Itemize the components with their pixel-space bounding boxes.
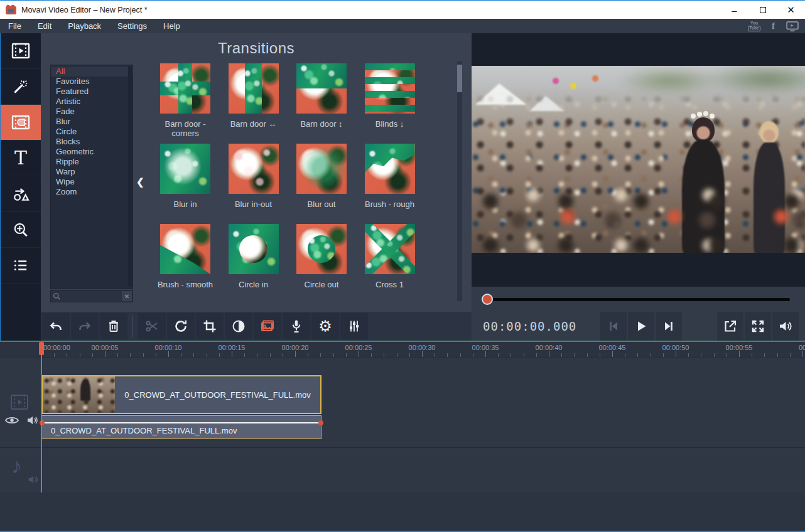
category-ripple[interactable]: Ripple xyxy=(51,157,132,167)
category-list: AllFavoritesFeaturedArtisticFadeBlurCirc… xyxy=(50,65,133,289)
redo-button[interactable] xyxy=(71,313,99,339)
search-icon xyxy=(53,292,61,301)
menu-file[interactable]: File xyxy=(0,19,30,33)
transition-item[interactable]: Circle out xyxy=(288,224,355,289)
menu-edit[interactable]: Edit xyxy=(30,19,60,33)
transition-thumbnail[interactable] xyxy=(296,224,347,274)
transition-item[interactable]: Barn door - corners xyxy=(151,63,219,138)
record-audio-button[interactable] xyxy=(283,313,310,339)
sidebar-item-callouts[interactable] xyxy=(1,176,41,212)
search-clear-icon[interactable]: ✕ xyxy=(122,291,132,301)
toolbar-separator xyxy=(129,313,137,339)
menu-settings[interactable]: Settings xyxy=(109,19,155,33)
category-warp[interactable]: Warp xyxy=(51,167,132,177)
category-fade[interactable]: Fade xyxy=(51,107,132,117)
category-scrollbar[interactable] xyxy=(128,66,132,287)
minimize-button[interactable]: – xyxy=(720,1,748,19)
timeline-ruler[interactable]: 00:00:0000:00:0500:00:1000:00:1500:00:20… xyxy=(0,342,805,358)
transition-item[interactable]: Blur in xyxy=(151,144,219,209)
playhead[interactable] xyxy=(41,342,42,492)
transition-thumbnail[interactable] xyxy=(296,144,347,194)
sidebar-item-transitions[interactable] xyxy=(1,105,41,141)
transition-thumbnail[interactable] xyxy=(160,224,210,274)
category-favorites[interactable]: Favorites xyxy=(51,77,132,87)
video-clip-name: 0_CROWD_AT_OUTDOOR_FESTIVAL_FULL.mov xyxy=(115,390,320,400)
transition-thumbnail[interactable] xyxy=(296,63,347,114)
video-clip[interactable]: 0_CROWD_AT_OUTDOOR_FESTIVAL_FULL.mov xyxy=(41,375,321,414)
audio-levels-button[interactable] xyxy=(340,313,368,339)
transition-label: Circle in xyxy=(220,280,288,289)
undo-button[interactable] xyxy=(42,313,70,339)
audio-clip[interactable]: 0_CROWD_AT_OUTDOOR_FESTIVAL_FULL.mov xyxy=(41,415,321,439)
search-input[interactable]: ✕ xyxy=(50,290,133,302)
grid-scrollbar[interactable] xyxy=(457,61,462,301)
unpin-player-button[interactable] xyxy=(717,312,743,341)
transition-thumbnail[interactable] xyxy=(229,63,279,114)
eye-icon[interactable] xyxy=(5,415,19,425)
seek-knob[interactable] xyxy=(482,294,493,305)
delete-button[interactable] xyxy=(100,313,127,339)
play-button[interactable] xyxy=(628,312,654,341)
music-note-icon: ♪ xyxy=(11,455,22,476)
volume-button[interactable] xyxy=(772,312,799,341)
speaker-icon[interactable] xyxy=(26,415,39,425)
category-geometric[interactable]: Geometric xyxy=(51,147,132,157)
transition-thumbnail[interactable] xyxy=(229,224,279,274)
transition-thumbnail[interactable] xyxy=(160,63,210,114)
transition-item[interactable]: Blur out xyxy=(288,144,355,209)
transition-label: Circle out xyxy=(288,280,355,289)
transition-wizard-button[interactable] xyxy=(254,313,281,339)
menu-help[interactable]: Help xyxy=(155,19,188,33)
transition-thumbnail[interactable] xyxy=(229,144,279,194)
close-button[interactable]: ✕ xyxy=(777,1,805,19)
sidebar-item-filters[interactable] xyxy=(1,69,41,105)
sidebar-item-titles[interactable]: T xyxy=(1,141,41,176)
ruler-label: 00:00:20 xyxy=(282,344,309,351)
facebook-icon[interactable]: f xyxy=(772,21,775,31)
category-featured[interactable]: Featured xyxy=(51,87,132,97)
fullscreen-button[interactable] xyxy=(745,312,771,341)
category-wipe[interactable]: Wipe xyxy=(51,177,132,187)
clip-properties-button[interactable]: ⚙ xyxy=(311,313,339,339)
split-button[interactable] xyxy=(138,313,166,339)
transition-thumbnail[interactable] xyxy=(365,144,415,194)
transition-item[interactable]: Cross 1 xyxy=(356,224,424,289)
transition-thumbnail[interactable] xyxy=(160,144,210,194)
transition-item[interactable]: Blur in-out xyxy=(220,144,288,209)
transition-thumbnail[interactable] xyxy=(365,224,415,274)
timeline: 00:00:0000:00:0500:00:1000:00:1500:00:20… xyxy=(0,342,805,492)
ruler-label: 00:00:30 xyxy=(409,344,436,351)
next-frame-button[interactable] xyxy=(656,312,682,341)
rotate-button[interactable] xyxy=(167,313,195,339)
category-artistic[interactable]: Artistic xyxy=(51,97,132,107)
transition-item[interactable]: Brush - rough xyxy=(356,144,424,209)
category-all[interactable]: All xyxy=(51,66,132,77)
maximize-button[interactable] xyxy=(748,1,777,19)
category-blur[interactable]: Blur xyxy=(51,117,132,127)
screen-capture-icon[interactable] xyxy=(786,21,799,31)
menu-bar: FileEditPlaybackSettingsHelp YouTube f xyxy=(0,19,805,33)
sidebar-item-pan-zoom[interactable] xyxy=(1,212,41,248)
category-blocks[interactable]: Blocks xyxy=(51,137,132,147)
menu-playback[interactable]: Playback xyxy=(60,19,109,33)
category-zoom[interactable]: Zoom xyxy=(51,187,132,197)
seek-bar[interactable] xyxy=(493,298,790,301)
sidebar-item-import[interactable] xyxy=(1,33,41,69)
volume-line[interactable] xyxy=(42,422,321,423)
transition-item[interactable]: Blinds ↓ xyxy=(356,63,424,129)
transition-label: Barn door - corners xyxy=(151,119,219,138)
transition-item[interactable]: Barn door ↕ xyxy=(288,63,355,129)
chevron-left-icon[interactable]: ❮ xyxy=(136,176,144,188)
category-circle[interactable]: Circle xyxy=(51,127,132,137)
speaker-icon[interactable] xyxy=(28,475,39,484)
volume-point[interactable] xyxy=(318,420,323,425)
transition-item[interactable]: Circle in xyxy=(220,224,288,289)
transition-item[interactable]: Brush - smooth xyxy=(151,224,219,289)
crop-button[interactable] xyxy=(196,313,224,339)
color-adjustments-button[interactable] xyxy=(225,313,252,339)
youtube-icon[interactable]: YouTube xyxy=(748,21,760,31)
sidebar-item-more-tools[interactable] xyxy=(1,248,41,284)
transition-item[interactable]: Barn door ↔ xyxy=(220,63,288,129)
previous-frame-button[interactable] xyxy=(600,312,627,341)
transition-thumbnail[interactable] xyxy=(365,63,415,114)
